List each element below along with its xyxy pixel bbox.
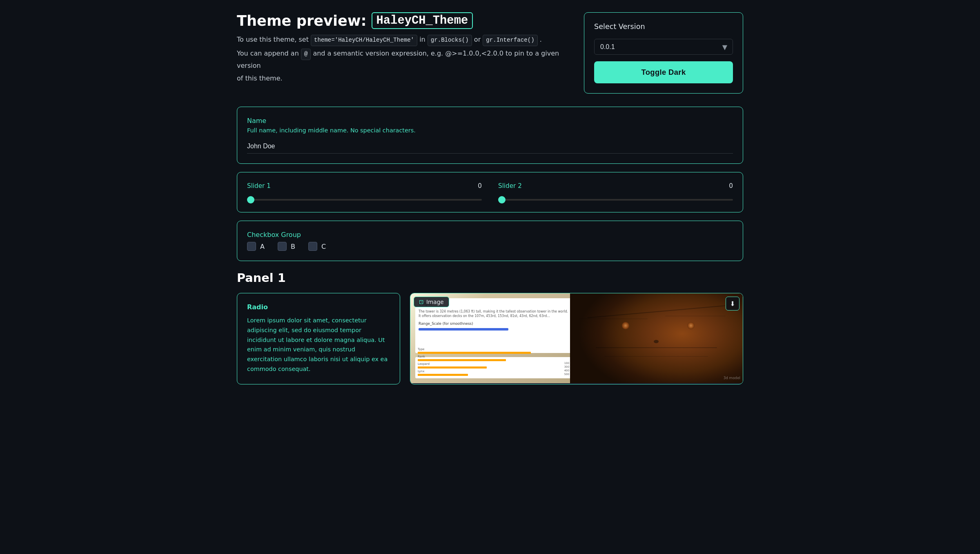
usage-code4: @ [301, 49, 311, 60]
version-panel: Select Version 0.0.1 0.0.2 0.0.3 ▼ Toggl… [584, 12, 743, 94]
download-button[interactable]: ⬇ [726, 297, 739, 311]
slider1-value: 0 [478, 182, 482, 190]
image-tab-icon: ⊡ [419, 299, 424, 305]
composite-image: Output The tower is 324 metres (1,063 ft… [410, 293, 743, 383]
slider2-header: Slider 2 0 [498, 182, 733, 190]
checkbox-a-label: A [260, 243, 265, 250]
name-input[interactable] [247, 139, 733, 154]
usage-line2: You can append an @ and a semantic versi… [237, 48, 584, 71]
name-field-section: Name Full name, including middle name. N… [237, 107, 743, 164]
checkbox-b-box [278, 242, 287, 251]
usage-code1: theme='HaleyCH/HaleyCH_Theme' [311, 35, 417, 46]
usage-code2: gr.Blocks() [428, 35, 472, 46]
slider2-group: Slider 2 0 [498, 182, 733, 202]
checkbox-a-box [247, 242, 256, 251]
version-select-wrapper: 0.0.1 0.0.2 0.0.3 ▼ [594, 39, 733, 55]
usage-text-or: or [474, 36, 481, 43]
usage-code3: gr.Interface() [483, 35, 537, 46]
checkbox-a[interactable]: A [247, 242, 265, 251]
usage-line1: To use this theme, set theme='HaleyCH/Ha… [237, 34, 584, 46]
name-field-sublabel: Full name, including middle name. No spe… [247, 127, 733, 134]
image-right-panel: 3d model [570, 293, 743, 383]
slider1-group: Slider 1 0 [247, 182, 482, 202]
slider1-header: Slider 1 0 [247, 182, 482, 190]
slider1-input[interactable] [247, 199, 482, 201]
usage-line3: of this theme. [237, 73, 584, 84]
image-panel: ⊡ Image ⬇ Output The tower is 324 metres… [410, 293, 743, 384]
groot-illustration: 3d model [570, 293, 743, 383]
radio-card-text: Lorem ipsum dolor sit amet, consectetur … [247, 316, 390, 374]
checkbox-c-box [308, 242, 317, 251]
name-field-label: Name [247, 117, 733, 125]
theme-name-badge: HaleyCH_Theme [372, 12, 473, 29]
radio-card: Radio Lorem ipsum dolor sit amet, consec… [237, 293, 400, 384]
page-title: Theme preview: HaleyCH_Theme [237, 12, 584, 29]
checkbox-b[interactable]: B [278, 242, 295, 251]
slider1-label: Slider 1 [247, 182, 271, 190]
checkbox-row: A B C [247, 242, 733, 251]
sliders-row: Slider 1 0 Slider 2 0 [247, 182, 733, 202]
groot-nose [654, 340, 659, 343]
image-tab: ⊡ Image [414, 297, 449, 307]
checkbox-section: Checkbox Group A B C [237, 221, 743, 261]
panel1-section: Panel 1 Radio Lorem ipsum dolor sit amet… [237, 271, 743, 384]
header-section: Theme preview: HaleyCH_Theme To use this… [237, 12, 743, 94]
sliders-section: Slider 1 0 Slider 2 0 [237, 172, 743, 212]
slider2-input[interactable] [498, 199, 733, 201]
slider2-value: 0 [729, 182, 733, 190]
toggle-dark-button[interactable]: Toggle Dark [594, 61, 733, 83]
version-select[interactable]: 0.0.1 0.0.2 0.0.3 [594, 39, 733, 55]
groot-eye-left [622, 322, 629, 329]
checkbox-group-label: Checkbox Group [247, 231, 733, 239]
title-prefix: Theme preview: [237, 12, 367, 29]
panel1-title: Panel 1 [237, 271, 743, 285]
header-left: Theme preview: HaleyCH_Theme To use this… [237, 12, 584, 85]
checkbox-c[interactable]: C [308, 242, 326, 251]
page-container: Theme preview: HaleyCH_Theme To use this… [220, 0, 760, 397]
checkbox-b-label: B [291, 243, 295, 250]
panel1-content: Radio Lorem ipsum dolor sit amet, consec… [237, 293, 743, 384]
usage-text-in: in [419, 36, 425, 43]
radio-card-title: Radio [247, 303, 390, 311]
usage-text-prefix: To use this theme, set [237, 36, 309, 43]
download-icon: ⬇ [730, 300, 735, 308]
checkbox-c-label: C [321, 243, 326, 250]
image-tab-label: Image [426, 299, 444, 305]
groot-eye-right [687, 322, 695, 329]
version-select-label: Select Version [594, 22, 733, 31]
slider2-label: Slider 2 [498, 182, 522, 190]
